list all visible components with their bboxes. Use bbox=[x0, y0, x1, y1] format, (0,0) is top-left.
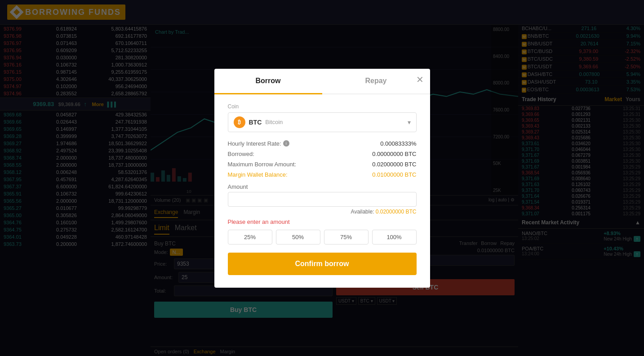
error-message: Please enter an amount bbox=[228, 218, 417, 225]
coin-selector[interactable]: ₿ BTC Bitcoin ▾ bbox=[228, 112, 417, 132]
wallet-value: 0.01000000 BTC bbox=[372, 171, 416, 178]
hourly-rate-label: Hourly Interest Rate: i bbox=[228, 140, 289, 147]
confirm-borrow-button[interactable]: Confirm borrow bbox=[228, 253, 417, 275]
amount-input-row[interactable] bbox=[228, 192, 417, 207]
percent-buttons: 25% 50% 75% 100% bbox=[228, 230, 417, 245]
percent-75-button[interactable]: 75% bbox=[324, 230, 369, 245]
available-value: 0.02000000 BTC bbox=[376, 209, 417, 215]
borrowed-row: Borrowed: 0.00000000 BTC bbox=[228, 151, 417, 157]
available-row: Available: 0.02000000 BTC bbox=[228, 209, 417, 215]
tab-borrow[interactable]: Borrow bbox=[214, 69, 322, 94]
wallet-label: Margin Wallet Balance: bbox=[228, 171, 288, 178]
wallet-balance-row: Margin Wallet Balance: 0.01000000 BTC bbox=[228, 171, 417, 178]
max-borrow-row: Maximum Borrow Amount: 0.02000000 BTC bbox=[228, 161, 417, 168]
modal-tabs: Borrow Repay ✕ bbox=[214, 69, 430, 94]
modal-overlay: Borrow Repay ✕ Coin ₿ BTC Bitcoin ▾ Hour… bbox=[0, 0, 644, 356]
tab-repay[interactable]: Repay bbox=[322, 69, 430, 93]
max-borrow-value: 0.02000000 BTC bbox=[372, 161, 416, 168]
borrowed-value: 0.00000000 BTC bbox=[372, 151, 416, 157]
amount-input[interactable] bbox=[375, 196, 411, 203]
modal-close-button[interactable]: ✕ bbox=[416, 74, 424, 85]
available-label: Available: bbox=[351, 209, 374, 215]
coin-code: BTC bbox=[249, 119, 262, 126]
btc-icon: ₿ bbox=[234, 116, 245, 128]
modal-body: Coin ₿ BTC Bitcoin ▾ Hourly Interest Rat… bbox=[214, 94, 430, 288]
percent-100-button[interactable]: 100% bbox=[372, 230, 417, 245]
coin-full-name: Bitcoin bbox=[265, 119, 283, 125]
percent-25-button[interactable]: 25% bbox=[228, 230, 272, 245]
hourly-rate-value: 0.00083333% bbox=[380, 140, 416, 147]
coin-label: Coin bbox=[228, 103, 417, 110]
borrowed-label: Borrowed: bbox=[228, 151, 254, 157]
amount-field-label: Amount bbox=[228, 183, 417, 190]
max-borrow-label: Maximum Borrow Amount: bbox=[228, 161, 296, 168]
hourly-rate-row: Hourly Interest Rate: i 0.00083333% bbox=[228, 140, 417, 147]
borrow-modal: Borrow Repay ✕ Coin ₿ BTC Bitcoin ▾ Hour… bbox=[214, 69, 430, 288]
percent-50-button[interactable]: 50% bbox=[276, 230, 320, 245]
info-icon: i bbox=[283, 140, 289, 147]
chevron-down-icon: ▾ bbox=[408, 119, 411, 126]
coin-left: ₿ BTC Bitcoin bbox=[234, 116, 283, 128]
